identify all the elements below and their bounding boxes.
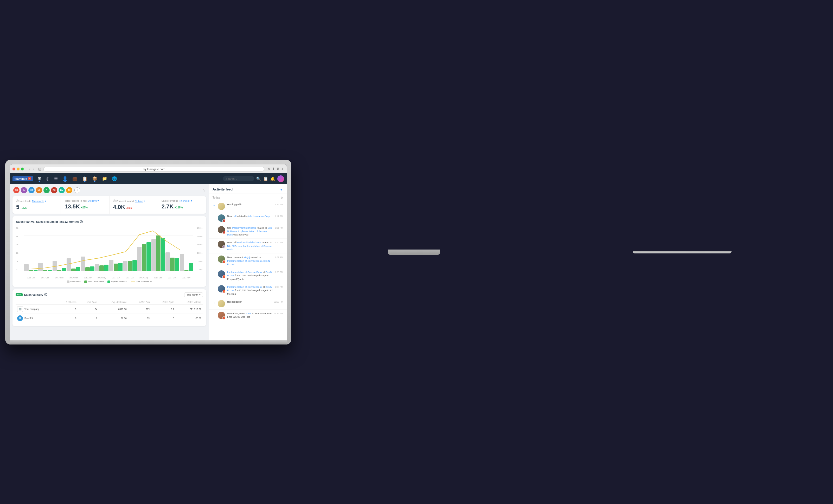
dropdown-arrow-icon: ▾ (199, 293, 200, 296)
period-dropdown-revenue[interactable]: ▾ (191, 199, 192, 202)
feed-content-5: Implementation of Service Desk at Bits N… (227, 270, 272, 281)
refresh-icon[interactable]: ↻ (281, 196, 283, 199)
nav-people[interactable]: 👤 (61, 175, 70, 183)
sidebar-toggle[interactable]: ⊡ (38, 167, 41, 171)
period-leads[interactable]: This month (32, 199, 44, 202)
feed-link-call-1[interactable]: call (233, 215, 236, 218)
period-forecast[interactable]: All time (135, 199, 143, 202)
velocity-period-dropdown[interactable]: This month ▾ (184, 292, 203, 297)
nav-contacts[interactable]: ☰ (52, 175, 60, 183)
feed-item-5: → ⚡ Implementation of Service Desk at Bi… (209, 268, 287, 283)
stat-label-leads: ⓘ New leads This month ▾ (16, 199, 57, 203)
avatar-RC[interactable]: RC (51, 187, 57, 194)
period-revenue[interactable]: This week (179, 199, 190, 202)
period-dropdown-forecast[interactable]: ▾ (144, 199, 145, 202)
forward-button[interactable]: › (32, 167, 35, 172)
nav-dashboard[interactable]: ⊞ (35, 175, 43, 183)
avatar-MS[interactable]: MS (28, 187, 35, 194)
period-pipeline[interactable]: 30 days (88, 199, 96, 202)
stat-value-forecast: 4.0K -59% (113, 204, 154, 211)
laptop-base (633, 251, 732, 254)
nav-reports[interactable]: 📁 (100, 175, 109, 183)
feed-badge-5: ⚡ (222, 275, 225, 278)
company-deals: 24 (78, 305, 99, 314)
maximize-button[interactable] (21, 168, 24, 170)
feed-text-4: New comment aksjdj related to Implementa… (227, 256, 272, 266)
globe-icon: 🌐 (112, 176, 117, 181)
filter-icon[interactable]: ▼ (279, 187, 283, 192)
chart-info-icon: ⓘ (80, 220, 83, 224)
feed-content-4: New comment aksjdj related to Implementa… (227, 256, 272, 266)
feed-link-4a[interactable]: aksjdj (243, 256, 250, 259)
company-velocity: €11,712.86 (176, 305, 203, 314)
feed-text-7: Has logged in (227, 300, 271, 304)
deals-icon: 💼 (72, 176, 77, 181)
nav-integrations[interactable]: 🌐 (110, 175, 119, 183)
reload-button[interactable]: ↻ (267, 167, 270, 171)
bell-icon[interactable]: 🔔 (270, 176, 275, 181)
company-avg-deal: €819.90 (99, 305, 128, 314)
chart-x-labels: 2016 Dec 2017 Jan 2017 Feb 2017 Mar 2017… (24, 277, 193, 279)
period-dropdown-leads[interactable]: ▾ (45, 199, 46, 202)
feed-time-3: 1:10 PM (275, 241, 283, 244)
stat-change-revenue: +118% (174, 206, 183, 209)
feed-badge-8: ⚡ (222, 316, 225, 319)
team-avatars-row: BR Ko MS NC P RC RV TC + ⤡ (13, 187, 206, 194)
feed-link-3b[interactable]: Bits N Pizzas, Implementation of Service… (227, 245, 271, 251)
feed-link-3a[interactable]: Paskambinti dar kartą (237, 241, 261, 244)
browser-actions: ⬆ ⧉ ＋ (272, 167, 284, 171)
stat-change-pipeline: +28% (81, 206, 88, 209)
avatar-RV[interactable]: RV (58, 187, 65, 194)
logo-badge: S (28, 177, 31, 180)
app-logo[interactable]: teamgate S (13, 176, 33, 182)
nav-activity[interactable]: ◎ (44, 175, 51, 183)
feed-link-company-1[interactable]: Alfa Insurance Corp (248, 215, 270, 218)
feed-link-6a[interactable]: Implementation of Service Desk (227, 285, 262, 288)
stat-value-leads: 5 +25% (16, 204, 57, 211)
avatar-NC[interactable]: NC (35, 187, 42, 194)
notifications-icon[interactable]: 📋 (263, 176, 268, 181)
feed-link-8a[interactable]: Deal (246, 312, 252, 315)
share-icon[interactable]: ⬆ (272, 167, 275, 171)
nav-products[interactable]: 📦 (90, 175, 99, 183)
back-button[interactable]: ‹ (28, 167, 31, 172)
user-avatar[interactable] (277, 175, 284, 182)
nav-tasks[interactable]: 📋 (80, 175, 90, 183)
legend-dot-won (84, 281, 87, 283)
circle-icon: ◎ (46, 176, 49, 181)
add-tab-icon[interactable]: ＋ (281, 167, 284, 171)
feed-text-5: Implementation of Service Desk at Bits N… (227, 270, 272, 281)
reports-icon: 📁 (102, 176, 107, 181)
avatar-Ko[interactable]: Ko (21, 187, 27, 194)
feed-link-4b[interactable]: Implementation of Service Desk, Bits N P… (227, 259, 270, 266)
info-icon-forecast: ⓘ (113, 199, 116, 203)
velocity-table: # of Leads # of Deals Avg. deal value % … (16, 300, 203, 323)
search-icon[interactable]: 🔍 (256, 176, 261, 181)
nav-deals[interactable]: 💼 (70, 175, 79, 183)
avatar-BR[interactable]: BR (13, 187, 20, 194)
url-bar[interactable]: my.teamgate.com (44, 167, 264, 171)
stat-label-pipeline: Total Pipeline in next 30 days ▾ (65, 199, 105, 202)
feed-date-today: Today (213, 196, 220, 199)
feed-date-section: Today ↻ (209, 194, 287, 200)
expand-team-button[interactable]: + (74, 187, 80, 193)
velocity-title: Sales Velocity ⓘ (24, 293, 47, 297)
stat-label-forecast: ⓘ Forecast in next All time ▾ (113, 199, 154, 203)
window-icon[interactable]: ⧉ (277, 167, 279, 171)
fullscreen-button[interactable]: ⤡ (203, 188, 206, 192)
feed-content-0: Has logged in (227, 203, 272, 206)
feed-text-1: New call related to Alfa Insurance Corp (227, 214, 272, 218)
feed-link-2a[interactable]: Paskambinti dar kartą (232, 226, 256, 229)
stat-label-revenue: Sales Revenue This week ▾ (162, 199, 203, 202)
feed-time-0: 1:44 PM (275, 203, 283, 206)
feed-link-5a[interactable]: Implementation of Service Desk (227, 271, 262, 273)
avatar-TC[interactable]: TC (66, 187, 73, 194)
close-button[interactable] (13, 168, 15, 170)
main-content: BR Ko MS NC P RC RV TC + ⤡ ⓘ N (10, 184, 287, 340)
avatar-P[interactable]: P (43, 187, 50, 194)
minimize-button[interactable] (17, 168, 20, 170)
search-input[interactable] (223, 176, 254, 182)
brad-avg-deal: €0.00 (99, 314, 128, 322)
feed-item-6: → ⚡ Implementation of Service Desk at Bi… (209, 283, 287, 298)
period-dropdown-pipeline[interactable]: ▾ (98, 199, 99, 202)
